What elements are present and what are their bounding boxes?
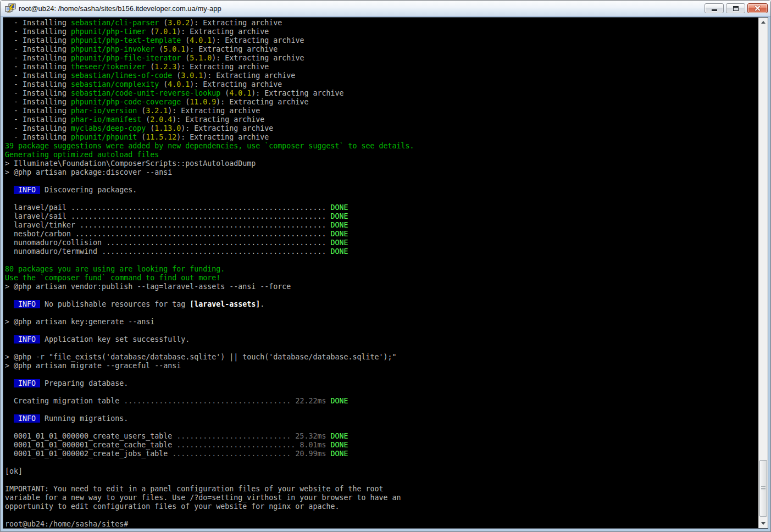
terminal-line: IMPORTANT: You need to edit in a panel c… xyxy=(5,485,758,494)
terminal-line xyxy=(5,388,758,397)
putty-icon[interactable] xyxy=(5,3,16,13)
terminal-line: - Installing phar-io/manifest (2.0.4): E… xyxy=(5,115,758,124)
terminal-line: - Installing sebastian/code-unit-reverse… xyxy=(5,89,758,98)
terminal-line: 80 packages you are using are looking fo… xyxy=(5,265,758,274)
window-content: - Installing sebastian/cli-parser (3.0.2… xyxy=(3,17,768,529)
terminal-line: - Installing phpunit/php-timer (7.0.1): … xyxy=(5,27,758,36)
terminal-line: - Installing sebastian/lines-of-code (3.… xyxy=(5,71,758,80)
terminal-line: 0001_01_01_000001_create_cache_table ...… xyxy=(5,441,758,450)
scroll-down-button[interactable] xyxy=(759,519,768,528)
terminal-line: INFO Preparing database. xyxy=(5,379,758,388)
terminal-line: > @php -r "file_exists('database/databas… xyxy=(5,353,758,362)
terminal-line: > Illuminate\Foundation\ComposerScripts:… xyxy=(5,159,758,168)
terminal-line: - Installing phpunit/php-text-template (… xyxy=(5,36,758,45)
terminal-line xyxy=(5,406,758,414)
terminal-line: - Installing phpunit/php-file-iterator (… xyxy=(5,54,758,63)
terminal-line xyxy=(5,195,758,203)
terminal-line: - Installing phpunit/phpunit (11.5.12): … xyxy=(5,133,758,142)
terminal-line: > @php artisan package:discover --ansi xyxy=(5,168,758,177)
terminal-line xyxy=(5,309,758,318)
window-controls xyxy=(705,3,768,13)
terminal-line: laravel/sail ...........................… xyxy=(5,212,758,221)
terminal-line: [ok] xyxy=(5,467,758,476)
terminal-line: > @php artisan key:generate --ansi xyxy=(5,318,758,326)
terminal-line: variable for a new way to your files. Us… xyxy=(5,494,758,502)
terminal-line: Generating optimized autoload files xyxy=(5,151,758,159)
terminal-line: 0001_01_01_000002_create_jobs_table ....… xyxy=(5,450,758,458)
terminal-line: - Installing phpunit/php-code-coverage (… xyxy=(5,98,758,107)
terminal-line: opportunity to edit configuration files … xyxy=(5,502,758,511)
terminal-line: - Installing sebastian/complexity (4.0.1… xyxy=(5,80,758,89)
terminal-line xyxy=(5,458,758,467)
terminal-line: - Installing theseer/tokenizer (1.2.3): … xyxy=(5,63,758,71)
titlebar[interactable]: root@ub24: /home/sasha/sites/b156.itdeve… xyxy=(1,1,770,16)
arrow-down-icon xyxy=(761,522,766,525)
close-icon xyxy=(754,5,761,12)
terminal-line xyxy=(5,423,758,432)
minimize-button[interactable] xyxy=(705,3,724,13)
scrollbar[interactable] xyxy=(758,18,768,528)
terminal-line: 39 package suggestions were added by new… xyxy=(5,142,758,151)
scrollbar-thumb[interactable] xyxy=(759,460,767,517)
terminal-line: - Installing sebastian/cli-parser (3.0.2… xyxy=(5,19,758,27)
window-title: root@ub24: /home/sasha/sites/b156.itdeve… xyxy=(19,4,700,13)
terminal-line: laravel/tinker .........................… xyxy=(5,221,758,230)
minimize-icon xyxy=(712,9,717,11)
terminal-output[interactable]: - Installing sebastian/cli-parser (3.0.2… xyxy=(3,18,758,528)
terminal-line xyxy=(5,370,758,379)
terminal-line: - Installing phpunit/php-invoker (5.0.1)… xyxy=(5,45,758,54)
terminal-line: > @php artisan vendor:publish --tag=lara… xyxy=(5,282,758,291)
terminal-line xyxy=(5,476,758,485)
close-button[interactable] xyxy=(747,3,768,13)
maximize-icon xyxy=(733,6,739,11)
terminal-line: nunomaduro/termwind ....................… xyxy=(5,247,758,256)
terminal-line: INFO No publishable resources for tag [l… xyxy=(5,300,758,309)
terminal-line: - Installing phar-io/version (3.2.1): Ex… xyxy=(5,107,758,115)
terminal-line xyxy=(5,177,758,186)
terminal-line: INFO Application key set successfully. xyxy=(5,335,758,344)
terminal-line: Use the `composer fund` command to find … xyxy=(5,274,758,282)
terminal-line: nunomaduro/collision ...................… xyxy=(5,239,758,247)
terminal-line xyxy=(5,256,758,265)
terminal-line: > @php artisan migrate --graceful --ansi xyxy=(5,362,758,370)
terminal-line: Creating migration table ...............… xyxy=(5,397,758,406)
scrollbar-grip-icon xyxy=(761,486,766,491)
putty-window: root@ub24: /home/sasha/sites/b156.itdeve… xyxy=(0,0,771,532)
maximize-button[interactable] xyxy=(726,3,745,13)
terminal-line: INFO Running migrations. xyxy=(5,414,758,423)
terminal-line: - Installing myclabs/deep-copy (1.13.0):… xyxy=(5,124,758,133)
terminal-line: laravel/pail ...........................… xyxy=(5,203,758,212)
arrow-up-icon xyxy=(761,21,766,24)
terminal-line xyxy=(5,511,758,520)
scroll-up-button[interactable] xyxy=(759,18,768,27)
terminal-line xyxy=(5,344,758,353)
shell-prompt: root@ub24:/home/sasha/sites# xyxy=(5,520,758,528)
terminal-line xyxy=(5,291,758,300)
terminal-line xyxy=(5,326,758,335)
terminal-line: nesbot/carbon ..........................… xyxy=(5,230,758,239)
terminal-line: 0001_01_01_000000_create_users_table ...… xyxy=(5,432,758,441)
terminal-line: INFO Discovering packages. xyxy=(5,186,758,195)
